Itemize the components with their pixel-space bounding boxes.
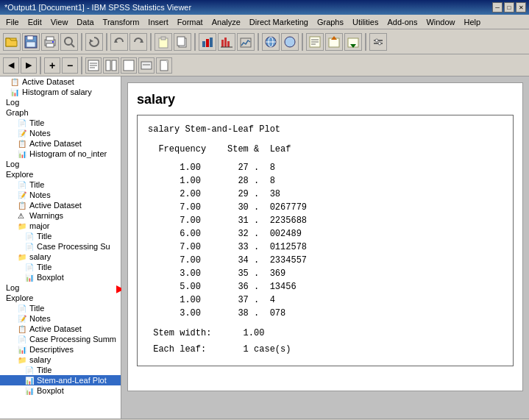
tree-item-log-3[interactable]: Log xyxy=(0,282,121,293)
tree-item-active-dataset-2[interactable]: 📋 Active Dataset xyxy=(0,138,121,149)
stemleaf-icon: 📊 xyxy=(25,377,35,385)
tree-item-active-dataset-1[interactable]: 📋 Active Dataset xyxy=(0,76,121,87)
menu-graphs[interactable]: Graphs xyxy=(313,16,348,28)
full-view-icon[interactable] xyxy=(121,57,137,74)
redo-icon[interactable] xyxy=(129,33,147,51)
tree-item-histogram-no-inter[interactable]: 📊 Histogram of no_inter xyxy=(0,149,121,159)
nav-sep1 xyxy=(40,57,41,74)
maximize-button[interactable]: □ xyxy=(504,2,514,13)
minimize-button[interactable]: ─ xyxy=(492,2,503,13)
search-icon[interactable] xyxy=(60,33,78,51)
svg-rect-47 xyxy=(112,60,116,71)
tree-item-active-dataset-3[interactable]: 📋 Active Dataset xyxy=(0,200,121,210)
tree-item-explore-2[interactable]: Explore xyxy=(0,293,121,303)
menu-data[interactable]: Data xyxy=(72,16,98,28)
circle-icon[interactable] xyxy=(281,33,299,51)
tree-item-warnings[interactable]: ⚠ Warnings xyxy=(0,210,121,221)
tree-item-histogram-salary[interactable]: 📊 Histogram of salary xyxy=(0,87,121,97)
svg-rect-6 xyxy=(46,37,54,40)
tree-item-case-proc-summ[interactable]: 📄 Case Processing Summ xyxy=(0,334,121,344)
tree-item-descriptives[interactable]: 📊 Descriptives xyxy=(0,344,121,355)
tree-item-explore-1[interactable]: Explore xyxy=(0,169,121,179)
save-icon[interactable] xyxy=(22,33,40,51)
right-panel[interactable]: salary salary Stem-and-Leaf Plot Frequen… xyxy=(121,76,529,419)
tree-item-notes-1[interactable]: 📝 Notes xyxy=(0,128,121,138)
menu-utilities[interactable]: Utilities xyxy=(348,16,383,28)
tree-panel: 📋 Active Dataset 📊 Histogram of salary L… xyxy=(0,76,121,419)
stemleaf-box: salary Stem-and-Leaf Plot Frequency Stem… xyxy=(137,115,514,366)
svg-point-40 xyxy=(375,39,378,42)
main-area: 📋 Active Dataset 📊 Histogram of salary L… xyxy=(0,76,529,419)
chart2-icon[interactable] xyxy=(218,33,235,51)
svg-point-9 xyxy=(65,38,72,45)
close-button[interactable]: ✕ xyxy=(516,2,526,13)
stemleaf-title: salary Stem-and-Leaf Plot xyxy=(148,123,503,137)
expand-button[interactable]: + xyxy=(44,57,60,74)
svg-rect-22 xyxy=(224,38,227,47)
undo-icon[interactable] xyxy=(110,33,128,51)
tree-item-title-2[interactable]: 📄 Title xyxy=(0,179,121,190)
page-view-icon[interactable] xyxy=(156,57,172,74)
tree-item-notes-3[interactable]: 📝 Notes xyxy=(0,313,121,324)
tree-item-major[interactable]: 📁 major xyxy=(0,221,121,231)
toolbar-sep7 xyxy=(365,33,366,51)
script-icon[interactable] xyxy=(306,33,324,51)
menu-edit[interactable]: Edit xyxy=(24,16,46,28)
menu-transform[interactable]: Transform xyxy=(99,16,144,28)
collapse-button[interactable]: − xyxy=(62,57,78,74)
import-icon[interactable] xyxy=(344,33,362,51)
tree-item-title-4[interactable]: 📄 Title xyxy=(0,262,121,272)
tree-item-case-processing[interactable]: 📄 Case Processing Su xyxy=(0,241,121,252)
settings-icon[interactable] xyxy=(369,33,387,51)
print-icon[interactable] xyxy=(41,33,59,51)
svg-rect-7 xyxy=(46,43,54,47)
menu-analyze[interactable]: Analyze xyxy=(207,16,245,28)
tree-item-log-1[interactable]: Log xyxy=(0,97,121,107)
tree-item-salary-folder[interactable]: 📁 salary xyxy=(0,252,121,262)
menu-window[interactable]: Window xyxy=(422,16,459,28)
show-output-icon[interactable] xyxy=(85,57,102,74)
tree-item-active-dataset-4[interactable]: 📋 Active Dataset xyxy=(0,324,121,334)
menu-addons[interactable]: Add-ons xyxy=(383,16,422,28)
chart1-icon[interactable] xyxy=(199,33,216,51)
split-view-icon[interactable] xyxy=(103,57,119,74)
dataset-icon: 📋 xyxy=(10,78,21,86)
copy-icon[interactable] xyxy=(174,33,191,51)
refresh-icon[interactable] xyxy=(85,33,103,51)
tree-item-title-5[interactable]: 📄 Title xyxy=(0,303,121,313)
chart-icon-2: 📊 xyxy=(18,150,28,158)
menu-file[interactable]: File xyxy=(1,16,24,28)
folder-icon-major: 📁 xyxy=(18,222,28,230)
tree-item-boxplot-1[interactable]: 📊 Boxplot xyxy=(0,272,121,282)
open-icon[interactable] xyxy=(3,33,21,51)
paste-icon[interactable] xyxy=(155,33,172,51)
back-button[interactable]: ◀ xyxy=(3,57,19,74)
dataset-icon-2: 📋 xyxy=(18,140,28,148)
tree-item-log-2[interactable]: Log xyxy=(0,159,121,169)
tree-item-salary-folder-2[interactable]: 📁 salary xyxy=(0,355,121,365)
tree-item-stem-leaf[interactable]: 📊 Stem-and-Leaf Plot xyxy=(0,375,121,385)
nav-sep2 xyxy=(81,57,82,74)
warning-icon: ⚠ xyxy=(18,212,28,220)
tree-item-graph[interactable]: Graph xyxy=(0,107,121,118)
tree-item-title-3[interactable]: 📄 Title xyxy=(0,231,121,241)
svg-rect-4 xyxy=(26,42,35,47)
tree-item-title-1[interactable]: 📄 Title xyxy=(0,118,121,128)
draft-view-icon[interactable] xyxy=(138,57,155,74)
svg-rect-3 xyxy=(27,36,33,40)
tree-item-title-6[interactable]: 📄 Title xyxy=(0,365,121,375)
menu-format[interactable]: Format xyxy=(173,16,207,28)
menu-insert[interactable]: Insert xyxy=(143,16,173,28)
menu-help[interactable]: Help xyxy=(460,16,486,28)
title-icon-2: 📄 xyxy=(18,181,28,189)
menu-direct-marketing[interactable]: Direct Marketing xyxy=(245,16,313,28)
globe-icon[interactable] xyxy=(262,33,280,51)
chart3-icon[interactable] xyxy=(237,33,255,51)
forward-button[interactable]: ▶ xyxy=(21,57,37,74)
tree-item-notes-2[interactable]: 📝 Notes xyxy=(0,190,121,200)
menu-view[interactable]: View xyxy=(46,16,73,28)
main-toolbar xyxy=(0,29,529,54)
export-icon[interactable] xyxy=(325,33,343,51)
boxplot-icon-1: 📊 xyxy=(25,274,35,282)
tree-item-boxplot-2[interactable]: 📊 Boxplot xyxy=(0,385,121,396)
